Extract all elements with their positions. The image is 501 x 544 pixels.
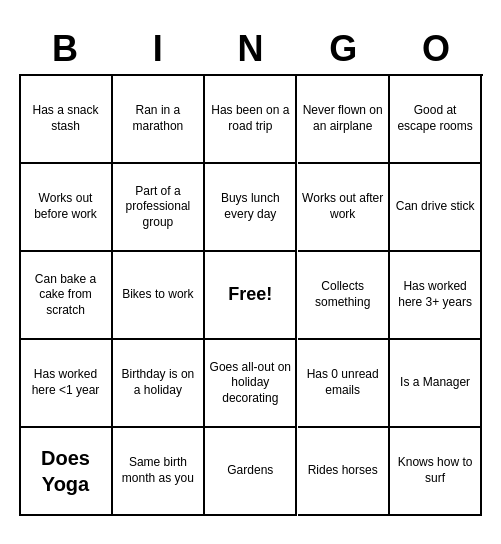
letter-i: I [114, 28, 202, 70]
bingo-cell-r1c4[interactable]: Can drive stick [390, 164, 482, 252]
bingo-cell-r0c0[interactable]: Has a snack stash [21, 76, 113, 164]
bingo-cell-r3c1[interactable]: Birthday is on a holiday [113, 340, 205, 428]
bingo-card: B I N G O Has a snack stashRan in a mara… [11, 20, 491, 524]
bingo-cell-r2c2[interactable]: Free! [205, 252, 297, 340]
bingo-grid: Has a snack stashRan in a marathonHas be… [19, 74, 483, 516]
bingo-cell-r4c3[interactable]: Rides horses [298, 428, 390, 516]
bingo-cell-r3c3[interactable]: Has 0 unread emails [298, 340, 390, 428]
bingo-cell-r0c4[interactable]: Good at escape rooms [390, 76, 482, 164]
letter-g: G [299, 28, 387, 70]
bingo-cell-r4c4[interactable]: Knows how to surf [390, 428, 482, 516]
bingo-cell-r3c0[interactable]: Has worked here <1 year [21, 340, 113, 428]
bingo-cell-r1c3[interactable]: Works out after work [298, 164, 390, 252]
letter-n: N [206, 28, 294, 70]
letter-o: O [392, 28, 480, 70]
bingo-cell-r2c4[interactable]: Has worked here 3+ years [390, 252, 482, 340]
bingo-cell-r1c0[interactable]: Works out before work [21, 164, 113, 252]
bingo-cell-r4c0[interactable]: Does Yoga [21, 428, 113, 516]
bingo-cell-r0c2[interactable]: Has been on a road trip [205, 76, 297, 164]
bingo-cell-r2c3[interactable]: Collects something [298, 252, 390, 340]
bingo-cell-r4c2[interactable]: Gardens [205, 428, 297, 516]
bingo-cell-r4c1[interactable]: Same birth month as you [113, 428, 205, 516]
bingo-cell-r3c4[interactable]: Is a Manager [390, 340, 482, 428]
bingo-cell-r1c2[interactable]: Buys lunch every day [205, 164, 297, 252]
bingo-header: B I N G O [19, 28, 483, 70]
bingo-cell-r0c1[interactable]: Ran in a marathon [113, 76, 205, 164]
bingo-cell-r2c1[interactable]: Bikes to work [113, 252, 205, 340]
letter-b: B [21, 28, 109, 70]
bingo-cell-r0c3[interactable]: Never flown on an airplane [298, 76, 390, 164]
bingo-cell-r3c2[interactable]: Goes all-out on holiday decorating [205, 340, 297, 428]
bingo-cell-r2c0[interactable]: Can bake a cake from scratch [21, 252, 113, 340]
bingo-cell-r1c1[interactable]: Part of a professional group [113, 164, 205, 252]
